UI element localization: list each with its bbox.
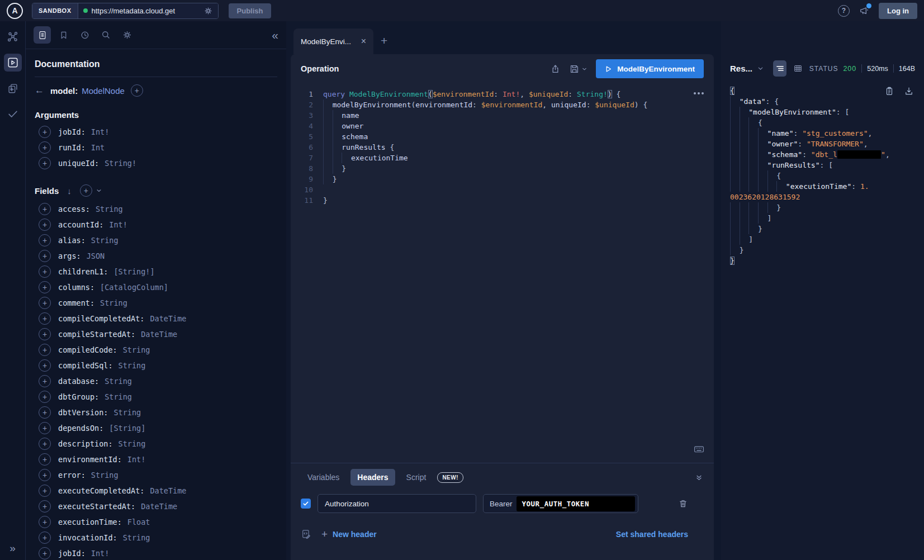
add-to-query-icon[interactable]: +: [39, 531, 51, 544]
field-row[interactable]: +access:String: [35, 201, 277, 217]
help-icon[interactable]: ?: [838, 5, 850, 17]
endpoint-url[interactable]: https://metadata.cloud.get: [92, 7, 200, 15]
field-row[interactable]: +args:JSON: [35, 248, 277, 264]
bookmarks-icon[interactable]: [55, 26, 72, 44]
argument-row[interactable]: +jobId:Int!: [35, 124, 277, 140]
add-to-query-icon[interactable]: +: [39, 406, 51, 419]
run-operation-button[interactable]: ModelByEnvironment: [596, 59, 704, 78]
field-row[interactable]: +executeStartedAt:DateTime: [35, 499, 277, 514]
editor-more-menu-icon[interactable]: [694, 92, 704, 94]
field-row[interactable]: +dbtGroup:String: [35, 389, 277, 405]
tab-headers[interactable]: Headers: [350, 469, 395, 486]
close-tab-icon[interactable]: ×: [361, 36, 366, 46]
chevron-down-icon[interactable]: [96, 187, 102, 194]
field-row[interactable]: +jobId:Int!: [35, 545, 277, 560]
argument-row[interactable]: +runId:Int: [35, 140, 277, 155]
collapse-docs-icon[interactable]: «: [272, 29, 278, 42]
back-icon[interactable]: ←: [35, 85, 44, 96]
settings-gear-icon[interactable]: [119, 26, 136, 44]
header-value-field[interactable]: Bearer YOUR_AUTH_TOKEN: [483, 494, 638, 513]
header-enabled-checkbox[interactable]: [301, 499, 311, 509]
tab-variables[interactable]: Variables: [301, 469, 346, 486]
field-row[interactable]: +alias:String: [35, 232, 277, 248]
field-row[interactable]: +childrenL1:[String!]: [35, 264, 277, 279]
endpoint-settings-gear-icon[interactable]: [203, 6, 213, 16]
documentation-tab-icon[interactable]: [34, 26, 51, 44]
keyboard-shortcuts-icon[interactable]: [693, 443, 705, 455]
formatted-view-icon[interactable]: [773, 60, 786, 77]
response-title[interactable]: Res...: [730, 64, 752, 73]
download-response-icon[interactable]: [904, 86, 914, 96]
operation-tab[interactable]: ModelByEnvi... ×: [293, 29, 373, 54]
add-to-query-icon[interactable]: +: [39, 422, 51, 434]
add-to-query-icon[interactable]: +: [39, 547, 51, 559]
argument-row[interactable]: +uniqueId:String!: [35, 155, 277, 171]
login-button[interactable]: Log in: [879, 3, 917, 19]
add-to-query-icon[interactable]: +: [39, 344, 51, 356]
announcements-megaphone-icon[interactable]: [859, 5, 870, 16]
add-to-query-icon[interactable]: +: [39, 203, 51, 215]
field-row[interactable]: +database:String: [35, 373, 277, 389]
add-to-query-icon[interactable]: +: [39, 485, 51, 497]
add-to-query-icon[interactable]: +: [39, 297, 51, 309]
sort-fields-icon[interactable]: ↓: [67, 186, 72, 196]
query-editor[interactable]: 1query ModelByEnvironment($environmentId…: [291, 83, 714, 463]
expand-rail-icon[interactable]: »: [0, 542, 25, 554]
field-row[interactable]: +compileCompletedAt:DateTime: [35, 311, 277, 326]
share-icon[interactable]: [550, 64, 561, 74]
tab-script[interactable]: Script: [400, 469, 433, 486]
nav-collections-icon[interactable]: [4, 79, 22, 97]
add-to-query-icon[interactable]: +: [39, 250, 51, 262]
field-row[interactable]: +description:String: [35, 436, 277, 452]
new-header-button[interactable]: + New header: [321, 528, 377, 540]
field-row[interactable]: +comment:String: [35, 295, 277, 311]
add-to-query-icon[interactable]: +: [39, 438, 51, 450]
field-row[interactable]: +compileStartedAt:DateTime: [35, 326, 277, 342]
add-to-query-icon[interactable]: +: [39, 328, 51, 340]
search-icon[interactable]: [97, 26, 115, 44]
nav-checklist-icon[interactable]: [4, 105, 22, 123]
apollo-logo[interactable]: A: [7, 3, 23, 19]
table-view-icon[interactable]: [791, 60, 804, 77]
edit-raw-headers-icon[interactable]: [301, 529, 312, 540]
add-to-query-icon[interactable]: +: [39, 141, 51, 154]
field-row[interactable]: +dbtVersion:String: [35, 405, 277, 420]
field-row[interactable]: +environmentId:Int!: [35, 452, 277, 467]
header-key-input[interactable]: [318, 494, 476, 513]
field-row[interactable]: +invocationId:String: [35, 530, 277, 545]
publish-button[interactable]: Publish: [229, 3, 272, 18]
response-dropdown-chevron-icon[interactable]: [757, 65, 764, 72]
auth-token-value[interactable]: YOUR_AUTH_TOKEN: [517, 496, 635, 511]
add-to-query-icon[interactable]: +: [39, 265, 51, 278]
add-to-query-icon[interactable]: +: [39, 391, 51, 403]
add-to-query-icon[interactable]: +: [39, 234, 51, 246]
add-to-query-icon[interactable]: +: [39, 500, 51, 512]
field-row[interactable]: +error:String: [35, 467, 277, 483]
add-to-query-icon[interactable]: +: [39, 516, 51, 528]
add-to-query-icon[interactable]: +: [39, 312, 51, 325]
field-row[interactable]: +compiledSql:String: [35, 358, 277, 373]
field-row[interactable]: +accountId:Int!: [35, 217, 277, 232]
add-to-query-icon[interactable]: +: [39, 375, 51, 387]
add-to-query-icon[interactable]: +: [39, 219, 51, 231]
endpoint-url-box[interactable]: https://metadata.cloud.get: [78, 3, 218, 18]
copy-response-icon[interactable]: [884, 86, 894, 96]
breadcrumb-type-link[interactable]: ModelNode: [82, 86, 125, 96]
add-to-query-icon[interactable]: +: [39, 469, 51, 481]
add-to-query-icon[interactable]: +: [39, 126, 51, 138]
add-to-query-icon[interactable]: +: [39, 281, 51, 293]
add-all-fields-icon[interactable]: +: [80, 184, 92, 197]
new-tab-icon[interactable]: +: [381, 34, 387, 48]
save-icon[interactable]: [569, 64, 587, 74]
field-row[interactable]: +executionTime:Float: [35, 514, 277, 530]
field-row[interactable]: +executeCompletedAt:DateTime: [35, 483, 277, 499]
delete-header-icon[interactable]: [678, 499, 688, 509]
field-row[interactable]: +dependsOn:[String]: [35, 420, 277, 436]
set-shared-headers-link[interactable]: Set shared headers: [616, 530, 688, 539]
collapse-panel-icon[interactable]: [694, 473, 704, 482]
add-to-query-icon[interactable]: +: [39, 359, 51, 372]
add-to-query-icon[interactable]: +: [39, 453, 51, 466]
add-to-query-icon[interactable]: +: [39, 157, 51, 169]
nav-operations-icon[interactable]: [4, 54, 22, 72]
field-row[interactable]: +compiledCode:String: [35, 342, 277, 358]
